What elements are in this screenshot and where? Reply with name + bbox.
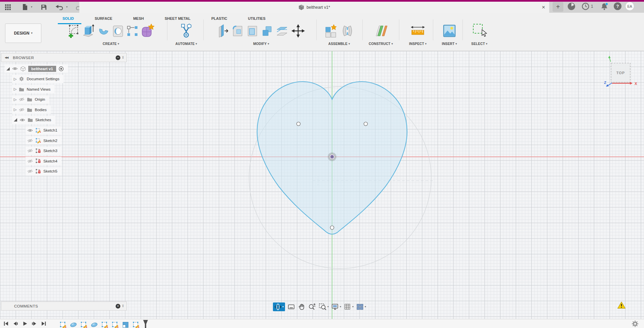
create-form-icon[interactable] xyxy=(140,23,155,39)
visibility-eye-off-icon[interactable] xyxy=(27,159,33,163)
extrude-icon[interactable] xyxy=(82,23,96,39)
zoom-window-caret-icon[interactable]: ▾ xyxy=(327,306,329,308)
measure-icon[interactable] xyxy=(409,24,426,38)
pan-hand-icon[interactable] xyxy=(298,303,306,311)
rectangular-pattern-icon[interactable] xyxy=(125,24,139,38)
browser-row-sketch2[interactable]: Sketch2 xyxy=(26,136,68,145)
hole-icon[interactable] xyxy=(111,23,125,39)
group-label-modify[interactable]: MODIFY▾ xyxy=(206,42,316,46)
press-pull-icon[interactable] xyxy=(216,23,230,39)
file-caret-icon[interactable]: ▾ xyxy=(31,6,32,8)
viewcube-face-label[interactable]: TOP xyxy=(616,71,625,75)
browser-row-named-views[interactable]: ▷ Named Views xyxy=(12,85,68,93)
tab-sheet-metal[interactable]: SHEET METAL xyxy=(165,16,191,20)
add-comment-icon[interactable]: + xyxy=(116,304,120,309)
help-icon[interactable]: ? xyxy=(614,2,621,10)
tab-utilities[interactable]: UTILITIES xyxy=(248,16,266,20)
browser-row-sketches[interactable]: Sketches xyxy=(12,116,68,124)
sketch-label[interactable]: Sketch4 xyxy=(43,159,57,163)
comments-panel-header[interactable]: COMMENTS + ‖ xyxy=(1,301,127,311)
new-component-icon[interactable] xyxy=(323,23,339,39)
collapsed-triangle-icon[interactable]: ▷ xyxy=(14,87,16,91)
grid-settings-caret-icon[interactable]: ▾ xyxy=(352,306,354,308)
viewports-button[interactable]: ▾ xyxy=(356,303,366,311)
zoom-icon[interactable] xyxy=(308,303,316,311)
browser-row-origin[interactable]: ▷ Origin xyxy=(12,95,68,104)
group-label-select[interactable]: SELECT▾ xyxy=(465,42,493,46)
browser-minimize-icon[interactable]: − xyxy=(116,55,120,60)
browser-row-document-settings[interactable]: ▷ Document Settings xyxy=(12,75,68,83)
node-label[interactable]: Origin xyxy=(35,97,45,101)
browser-panel-header[interactable]: ◀◀ BROWSER − ‖ xyxy=(1,53,127,62)
viewport-canvas[interactable] xyxy=(0,51,644,319)
visibility-eye-off-icon[interactable] xyxy=(27,149,33,153)
node-label[interactable]: Bodies xyxy=(35,108,46,112)
sketch-label[interactable]: Sketch2 xyxy=(43,139,57,143)
visibility-eye-off-icon[interactable] xyxy=(27,169,33,173)
timeline-extrude-feature[interactable] xyxy=(70,321,77,328)
group-label-insert[interactable]: INSERT▾ xyxy=(436,42,462,46)
job-status-clock-icon[interactable] xyxy=(581,2,590,10)
look-at-icon[interactable] xyxy=(287,303,295,311)
browser-row-sketch3[interactable]: Sketch3 xyxy=(26,147,68,155)
collapsed-triangle-icon[interactable]: ▷ xyxy=(14,97,16,102)
viewcube[interactable]: TOP X Z xyxy=(604,54,644,89)
zoom-window-button[interactable]: ▾ xyxy=(319,303,329,311)
timeline-sketch-feature[interactable] xyxy=(59,321,67,328)
undo-icon[interactable] xyxy=(55,4,63,10)
offset-face-icon[interactable] xyxy=(275,23,290,39)
move-copy-icon[interactable] xyxy=(290,23,306,39)
group-label-assemble[interactable]: ASSEMBLE▾ xyxy=(319,42,360,46)
timeline-position-marker[interactable] xyxy=(143,320,148,328)
select-icon[interactable] xyxy=(471,22,488,39)
browser-row-bodies[interactable]: ▷ Bodies xyxy=(12,105,68,114)
browser-row-sketch1[interactable]: Sketch1 xyxy=(26,126,68,135)
file-icon[interactable] xyxy=(22,4,28,10)
browser-row-root[interactable]: beltheart v1 xyxy=(5,64,68,73)
node-label[interactable]: Sketches xyxy=(35,118,51,122)
browser-row-sketch5[interactable]: Sketch5 xyxy=(26,167,68,176)
tab-surface[interactable]: SURFACE xyxy=(95,16,113,20)
node-label[interactable]: Document Settings xyxy=(27,77,59,81)
browser-row-sketch4[interactable]: Sketch4 xyxy=(26,157,68,165)
close-icon[interactable]: × xyxy=(542,4,545,11)
tab-solid[interactable]: SOLID xyxy=(63,16,74,20)
timeline-plane-feature[interactable] xyxy=(122,321,129,328)
save-icon[interactable] xyxy=(41,4,47,10)
create-sketch-icon[interactable] xyxy=(67,23,81,39)
group-label-create[interactable]: CREATE▾ xyxy=(65,42,157,46)
visibility-eye-icon[interactable] xyxy=(12,67,18,71)
visibility-eye-icon[interactable] xyxy=(19,118,25,122)
expand-triangle-icon[interactable] xyxy=(14,118,17,122)
avatar[interactable]: EA xyxy=(625,2,634,11)
root-component-label[interactable]: beltheart v1 xyxy=(28,66,56,72)
visibility-eye-icon[interactable] xyxy=(27,129,33,132)
workspace-selector[interactable]: DESIGN ▾ xyxy=(5,24,41,43)
step-forward-icon[interactable] xyxy=(32,321,37,326)
construction-plane-icon[interactable] xyxy=(373,23,389,39)
visibility-eye-off-icon[interactable] xyxy=(27,139,33,143)
expand-triangle-icon[interactable] xyxy=(6,67,10,71)
sketch-label[interactable]: Sketch1 xyxy=(43,128,57,132)
collapse-panel-icon[interactable]: ◀◀ xyxy=(5,56,8,59)
joint-icon[interactable] xyxy=(339,23,355,39)
comments-grip[interactable]: ‖ xyxy=(122,304,124,308)
visibility-eye-off-icon[interactable] xyxy=(19,108,25,112)
activate-radio-icon[interactable] xyxy=(58,66,64,72)
orbit-button[interactable]: ▾ xyxy=(273,302,285,311)
insert-image-icon[interactable] xyxy=(442,24,457,38)
extensions-icon[interactable] xyxy=(567,2,575,10)
timeline-sketch-feature[interactable] xyxy=(80,321,88,328)
grid-settings-button[interactable]: ▾ xyxy=(344,303,354,311)
notifications-bell-icon[interactable] xyxy=(600,2,609,11)
revolve-icon[interactable] xyxy=(96,23,111,39)
timeline-sketch-feature[interactable] xyxy=(111,321,119,328)
fillet-icon[interactable] xyxy=(231,23,245,39)
visibility-eye-off-icon[interactable] xyxy=(19,97,25,101)
automate-icon[interactable] xyxy=(179,23,193,39)
new-tab-button[interactable]: + xyxy=(553,2,563,12)
sketch-point-left[interactable] xyxy=(297,122,300,126)
timeline-sketch-feature[interactable] xyxy=(132,321,140,328)
viewports-caret-icon[interactable]: ▾ xyxy=(365,306,366,308)
browser-grip[interactable]: ‖ xyxy=(122,56,124,59)
